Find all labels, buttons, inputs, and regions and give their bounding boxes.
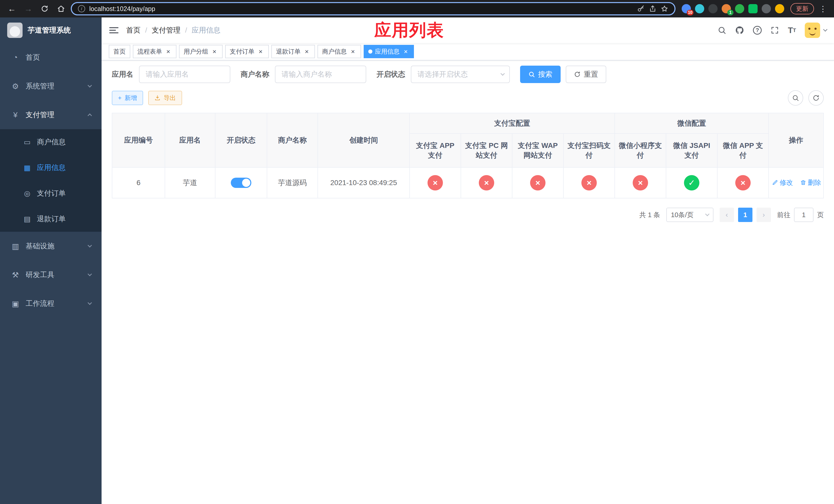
extension-badge: 10	[687, 10, 694, 15]
tab-close-icon[interactable]: ×	[402, 48, 409, 55]
extension-icon[interactable]	[748, 4, 758, 13]
browser-chrome: ← → i localhost:1024/pay/app 10 1 更新 ⋮	[0, 0, 834, 18]
wechat-mini-status-icon: ×	[633, 175, 648, 190]
browser-reload-button[interactable]	[38, 2, 51, 15]
browser-forward-button[interactable]: →	[22, 2, 35, 15]
delete-link-label: 删除	[808, 178, 821, 187]
pagination: 共 1 条 10条/页 ‹ 1 › 前往 页	[112, 208, 824, 222]
tab-close-icon[interactable]: ×	[303, 48, 310, 55]
pagination-total: 共 1 条	[639, 210, 660, 220]
share-icon[interactable]	[649, 5, 657, 13]
delete-link[interactable]: 删除	[800, 178, 821, 187]
col-app-name: 应用名	[165, 113, 215, 167]
col-alipay-wap: 支付宝 WAP 网站支付	[512, 134, 564, 167]
app-title: 芋道管理系统	[28, 25, 71, 35]
tab-process-form[interactable]: 流程表单 ×	[133, 45, 176, 58]
tab-refund-orders[interactable]: 退款订单 ×	[271, 45, 315, 58]
sidebar-item-dev-tools[interactable]: ⚒ 研发工具	[0, 260, 102, 289]
col-merchant: 商户名称	[267, 113, 318, 167]
breadcrumb-home[interactable]: 首页	[126, 25, 140, 35]
sidebar-item-infrastructure[interactable]: ▥ 基础设施	[0, 232, 102, 260]
table-row: 6 芋道 芋道源码 2021-10-23 08:49:25 × × × × ×	[112, 167, 824, 198]
tab-close-icon[interactable]: ×	[211, 48, 218, 55]
page-number-button[interactable]: 1	[738, 208, 752, 222]
fullscreen-icon[interactable]	[770, 26, 779, 35]
refresh-table-button[interactable]	[808, 90, 824, 106]
caret-down-icon	[823, 27, 828, 32]
sidebar-item-payment[interactable]: ¥ 支付管理	[0, 100, 102, 129]
tab-merchant-info[interactable]: 商户信息 ×	[317, 45, 361, 58]
alipay-pc-status-icon: ×	[479, 175, 494, 190]
tab-app-info[interactable]: 应用信息 ×	[364, 45, 414, 58]
tab-close-icon[interactable]: ×	[257, 48, 264, 55]
search-button[interactable]: 搜索	[520, 66, 561, 83]
edit-link[interactable]: 修改	[772, 178, 793, 187]
browser-profile-avatar[interactable]	[775, 4, 784, 13]
help-icon[interactable]: ?	[753, 26, 762, 35]
sidebar-item-pay-orders[interactable]: ◎ 支付订单	[0, 181, 102, 206]
saved-password-key-icon[interactable]	[637, 5, 645, 13]
col-wechat-mini: 微信小程序支付	[615, 134, 666, 167]
browser-back-button[interactable]: ←	[5, 2, 19, 15]
sidebar-logo[interactable]: 芋道管理系统	[0, 18, 102, 43]
extension-profile-icon[interactable]: 1	[722, 4, 731, 13]
extension-icon[interactable]	[708, 4, 718, 13]
font-size-icon[interactable]: TT	[788, 26, 796, 35]
header-search-icon[interactable]	[718, 26, 726, 35]
sidebar-item-system[interactable]: ⚙ 系统管理	[0, 72, 102, 100]
sidebar-item-app-info[interactable]: ▦ 应用信息	[0, 155, 102, 181]
tab-pay-orders[interactable]: 支付订单 ×	[225, 45, 269, 58]
export-button[interactable]: 导出	[148, 91, 182, 105]
sidebar-item-label: 基础设施	[26, 241, 54, 251]
github-icon[interactable]	[735, 26, 744, 35]
tab-home[interactable]: 首页	[109, 45, 130, 58]
sidebar-item-workflow[interactable]: ▣ 工作流程	[0, 289, 102, 318]
chevron-down-icon	[88, 272, 92, 276]
browser-update-button[interactable]: 更新	[790, 3, 814, 14]
site-info-icon[interactable]: i	[78, 5, 85, 12]
browser-menu-icon[interactable]: ⋮	[817, 4, 829, 13]
url-text[interactable]: localhost:1024/pay/app	[89, 5, 633, 13]
merchant-name-input[interactable]	[275, 66, 366, 83]
address-bar[interactable]: i localhost:1024/pay/app	[71, 2, 676, 15]
add-button[interactable]: + 新增	[112, 91, 143, 105]
alipay-app-status-icon: ×	[427, 175, 443, 190]
dashboard-icon: ◔	[10, 53, 21, 62]
reset-button[interactable]: 重置	[566, 66, 606, 83]
active-tab-dot	[368, 49, 372, 53]
toggle-search-button[interactable]	[788, 90, 803, 106]
status-toggle[interactable]	[231, 178, 251, 188]
prev-page-button[interactable]: ‹	[720, 208, 734, 222]
extension-icon[interactable]	[695, 4, 704, 13]
extension-icon[interactable]	[762, 4, 771, 13]
user-avatar-menu[interactable]	[805, 23, 827, 38]
page-title: 应用列表	[374, 19, 444, 42]
briefcase-icon: ▣	[10, 299, 21, 308]
refresh-icon	[574, 71, 580, 78]
extension-icon[interactable]	[735, 4, 744, 13]
filter-form: 应用名 商户名称 开启状态 请选择开启状态 搜索	[112, 66, 824, 83]
sidebar-item-home[interactable]: ◔ 首页	[0, 43, 102, 72]
sidebar-item-merchant-info[interactable]: ▭ 商户信息	[0, 129, 102, 155]
tab-close-icon[interactable]: ×	[349, 48, 356, 55]
status-select[interactable]: 请选择开启状态	[411, 66, 510, 83]
extension-puzzle-icon[interactable]: 10	[682, 4, 691, 13]
sidebar-collapse-button[interactable]	[102, 18, 126, 43]
tab-close-icon[interactable]: ×	[164, 48, 172, 55]
sidebar-item-label: 商户信息	[37, 137, 66, 147]
sidebar-item-refund-orders[interactable]: ▤ 退款订单	[0, 206, 102, 232]
browser-home-button[interactable]	[54, 2, 68, 15]
bookmark-star-icon[interactable]	[661, 5, 668, 13]
next-page-button[interactable]: ›	[756, 208, 771, 222]
app-name-input[interactable]	[139, 66, 230, 83]
tab-user-group[interactable]: 用户分组 ×	[179, 45, 223, 58]
goto-page-input[interactable]	[794, 208, 813, 222]
col-created: 创建时间	[318, 113, 410, 167]
reset-button-label: 重置	[584, 69, 598, 79]
wechat-app-status-icon: ×	[735, 175, 751, 190]
page-size-select[interactable]: 10条/页	[666, 208, 714, 222]
navbar-actions: ? TT	[718, 23, 827, 38]
col-alipay-scan: 支付宝扫码支付	[564, 134, 615, 167]
tab-label: 首页	[113, 47, 126, 55]
breadcrumb-payment[interactable]: 支付管理	[152, 25, 180, 35]
